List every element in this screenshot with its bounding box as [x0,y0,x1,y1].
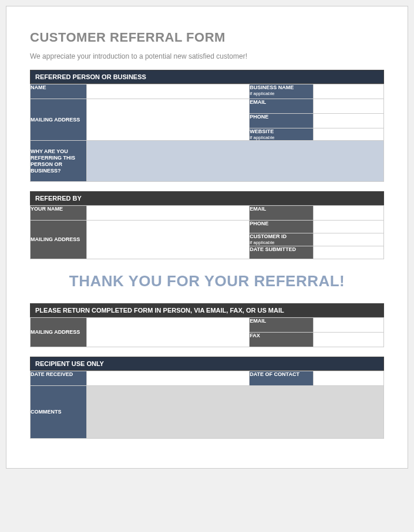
recipient-table: DATE RECEIVED DATE OF CONTACT COMMENTS [30,371,384,439]
input-referrer-mailing[interactable] [87,221,250,259]
input-business-name[interactable] [313,84,383,99]
input-email[interactable] [313,99,383,114]
section-referred-person-header: REFERRED PERSON OR BUSINESS [30,70,384,84]
label-referrer-email: EMAIL [250,206,313,221]
label-referrer-phone: PHONE [250,221,313,233]
page-title: CUSTOMER REFERRAL FORM [30,30,384,45]
section-return-header: PLEASE RETURN COMPLETED FORM IN PERSON, … [30,303,384,317]
label-return-email: EMAIL [250,317,313,332]
document-page: CUSTOMER REFERRAL FORM We appreciate you… [6,6,408,469]
input-date-contact[interactable] [313,371,383,385]
label-date-contact: DATE OF CONTACT [250,371,313,385]
input-customer-id[interactable] [313,233,383,246]
label-why-referring: WHY ARE YOU REFERRING THIS PERSON OR BUS… [31,141,87,182]
input-name[interactable] [87,84,250,99]
section-referred-by-header: REFERRED BY [30,191,384,205]
label-comments: COMMENTS [31,385,87,438]
label-referrer-mailing: MAILING ADDRESS [31,221,87,259]
input-website[interactable] [313,128,383,141]
input-referrer-phone[interactable] [313,221,383,233]
input-return-mailing[interactable] [87,317,250,347]
label-name: NAME [31,84,87,99]
referred-person-table: NAME BUSINESS NAMEif applicable MAILING … [30,84,384,182]
thank-you-message: THANK YOU FOR YOUR REFERRAL! [30,272,384,290]
label-phone: PHONE [250,114,313,128]
input-date-submitted[interactable] [313,246,383,259]
section-recipient-header: RECIPIENT USE ONLY [30,357,384,371]
label-return-fax: FAX [250,332,313,347]
input-referrer-email[interactable] [313,206,383,221]
label-business-name: BUSINESS NAMEif applicable [250,84,313,99]
label-return-mailing: MAILING ADDRESS [31,317,87,347]
label-date-submitted: DATE SUBMITTED [250,246,313,259]
input-return-email[interactable] [313,317,383,332]
label-customer-id: CUSTOMER IDif applicable [250,233,313,246]
label-email: EMAIL [250,99,313,114]
label-mailing-address: MAILING ADDRESS [31,99,87,141]
label-website: WEBSITEif applicable [250,128,313,141]
label-date-received: DATE RECEIVED [31,371,87,385]
input-phone[interactable] [313,114,383,128]
return-table: MAILING ADDRESS EMAIL FAX [30,317,384,347]
input-date-received[interactable] [87,371,250,385]
input-why-referring[interactable] [87,141,384,182]
label-your-name: YOUR NAME [31,206,87,221]
input-comments[interactable] [87,385,384,438]
page-subtitle: We appreciate your introduction to a pot… [30,52,384,60]
input-your-name[interactable] [87,206,250,221]
referred-by-table: YOUR NAME EMAIL MAILING ADDRESS PHONE CU… [30,205,384,259]
input-return-fax[interactable] [313,332,383,347]
input-mailing-address[interactable] [87,99,250,141]
